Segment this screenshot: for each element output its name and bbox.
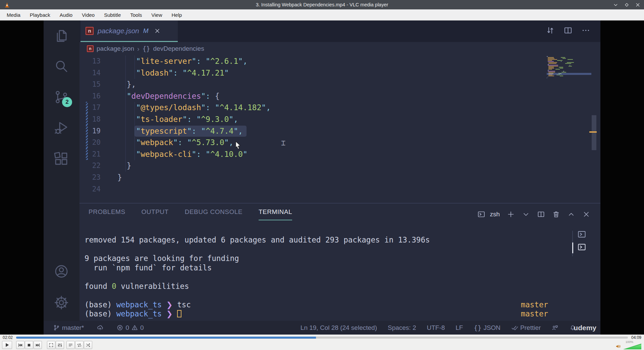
cursor-position[interactable]: Ln 19, Col 28 (24 selected) [301,324,377,332]
previous-button[interactable] [16,341,24,349]
seek-slider[interactable] [16,337,628,339]
split-terminal-button[interactable] [537,210,545,218]
terminal-line: run `npm fund` for details [85,263,548,273]
speaker-icon[interactable] [615,343,621,349]
feedback-icon[interactable] [551,324,558,331]
line-number: 13 [79,55,101,67]
line-number: 21 [79,148,101,160]
activity-source-control[interactable]: 2 [53,89,69,105]
code-line-21[interactable]: 21"webpack-cli": "^4.10.0" [79,148,596,160]
problems-status[interactable]: 0 0 [116,324,144,332]
new-terminal-button[interactable] [507,210,515,218]
close-button[interactable] [635,2,641,8]
menu-playback[interactable]: Playback [25,9,55,20]
extended-settings-button[interactable] [56,341,64,349]
gear-icon [53,295,69,311]
loop-button[interactable] [75,341,84,349]
launch-profile-button[interactable] [522,210,530,218]
menu-view[interactable]: View [147,9,167,20]
play-button[interactable] [2,341,12,349]
line-number: 23 [79,172,101,183]
editor-scrollbar[interactable] [591,55,597,203]
indentation-status[interactable]: Spaces: 2 [388,324,416,332]
maximize-panel-button[interactable] [567,210,575,218]
code-line-18[interactable]: 18"ts-loader": "^9.3.0", [79,114,596,125]
symbol-braces-icon: {} [143,45,150,52]
video-display-area[interactable]: 2 n package.json M n package.json › {} d… [0,20,644,335]
panel-tab-terminal[interactable]: TERMINAL [259,208,292,220]
next-button[interactable] [34,341,42,349]
stop-button[interactable] [25,341,33,349]
branch-status[interactable]: master* [53,324,84,332]
minimap[interactable] [547,56,591,83]
maximize-button[interactable] [624,2,630,8]
close-panel-button[interactable] [582,210,590,218]
code-text: "webpack-cli": "^4.10.0" [136,148,247,160]
eol-status[interactable]: LF [455,324,463,332]
volume-slider[interactable] [623,344,641,349]
code-text: "typescript": "^4.7.4", [136,125,243,137]
panel-tabs: PROBLEMSOUTPUTDEBUG CONSOLETERMINAL [89,208,292,220]
breadcrumb: n package.json › {} devDependencies [79,42,600,55]
terminal-line [85,291,548,300]
shell-label[interactable]: zsh [490,211,500,218]
activity-bar: 2 [44,20,79,335]
tab-close-icon[interactable] [154,28,161,34]
code-line-17[interactable]: 17"@types/lodash": "^4.14.182", [79,102,596,114]
panel-tab-output[interactable]: OUTPUT [142,208,169,220]
code-line-16[interactable]: 16"devDependencies": { [79,90,596,102]
menu-subtitle[interactable]: Subtitle [99,9,125,20]
open-changes-icon[interactable] [546,26,555,35]
kill-terminal-button[interactable] [552,210,560,218]
minimize-button[interactable] [613,2,619,8]
active-terminal-indicator [572,243,573,253]
split-editor-icon[interactable] [564,26,573,35]
menu-help[interactable]: Help [167,9,187,20]
window-title: 3. Installing Webpack Dependencies.mp4 -… [0,2,644,7]
text-cursor: ⌶ [281,139,285,147]
activity-extensions[interactable] [53,151,69,167]
code-line-23[interactable]: 23} [79,172,596,183]
minimap-selection [547,73,591,75]
menu-tools[interactable]: Tools [125,9,147,20]
language-status[interactable]: {} JSON [474,324,500,332]
udemy-watermark: udemy [574,324,596,332]
total-time: 04:09 [629,335,644,340]
menu-media[interactable]: Media [2,9,25,20]
breadcrumb-file[interactable]: package.json [97,45,134,52]
random-button[interactable] [84,341,92,349]
activity-search[interactable] [53,58,69,74]
panel-tab-debug-console[interactable]: DEBUG CONSOLE [185,208,243,220]
code-text: "devDependencies": { [127,90,220,102]
formatter-status[interactable]: Prettier [511,324,541,332]
panel-tab-problems[interactable]: PROBLEMS [89,208,125,220]
code-line-24[interactable]: 24 [79,183,596,195]
scrollbar-thumb[interactable] [592,115,596,150]
code-line-13[interactable]: 13"lite-server": "^2.6.1", [79,55,596,67]
breadcrumb-symbol[interactable]: devDependencies [153,45,204,52]
sync-changes-icon[interactable] [97,324,104,331]
code-line-22[interactable]: 22} [79,160,596,172]
menu-video[interactable]: Video [77,9,99,20]
activity-settings[interactable] [53,295,69,311]
code-editor[interactable]: 13"lite-server": "^2.6.1",14"lodash": "^… [79,55,596,195]
terminal-output[interactable]: removed 154 packages, updated 6 packages… [85,235,548,319]
code-line-20[interactable]: 20"webpack": "^5.73.0", [79,137,596,148]
more-actions-icon[interactable] [581,26,590,35]
code-line-19[interactable]: 19"typescript": "^4.7.4", [79,125,596,137]
tab-label: package.json [98,27,139,35]
fullscreen-button[interactable] [47,341,55,349]
activity-explorer[interactable] [53,28,69,44]
code-text: "webpack": "^5.73.0", [136,137,233,148]
playlist-button[interactable] [66,341,75,349]
encoding-status[interactable]: UTF-8 [427,324,445,332]
code-line-15[interactable]: 15}, [79,79,596,90]
activity-run-debug[interactable] [53,120,69,136]
line-number: 18 [79,114,101,125]
activity-account[interactable] [53,263,69,279]
tab-package-json[interactable]: n package.json M [80,20,178,42]
terminal-instance-icon[interactable] [577,230,586,239]
code-line-14[interactable]: 14"lodash": "^4.17.21" [79,67,596,79]
terminal-instance-icon-active[interactable] [577,243,586,252]
menu-audio[interactable]: Audio [55,9,77,20]
